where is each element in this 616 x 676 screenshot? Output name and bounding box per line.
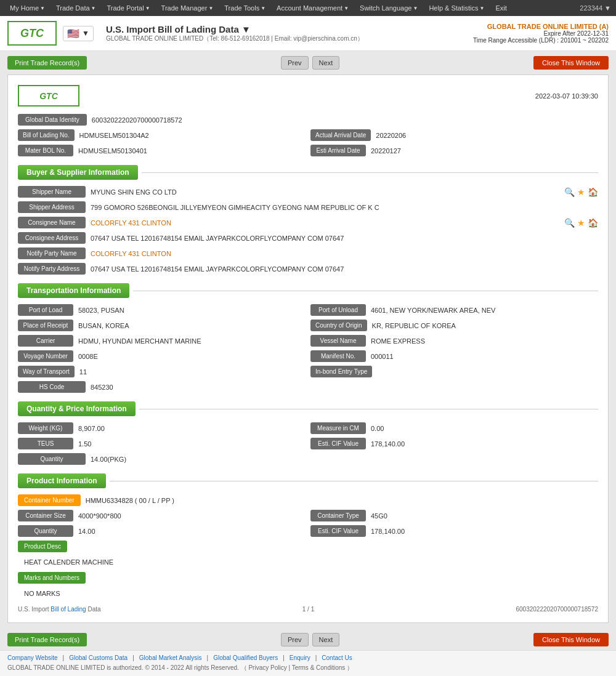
home-icon[interactable]: 🏠	[588, 187, 598, 197]
measure-label: Measure in CM	[310, 422, 366, 434]
port-row: Port of Load 58023, PUSAN Port of Unload…	[18, 304, 598, 316]
page-info: 1 / 1	[302, 606, 314, 613]
expire-info: Expire After 2022-12-31	[473, 30, 609, 37]
nav-exit[interactable]: Exit	[490, 2, 511, 14]
prod-cif-label: Esti. CIF Value	[310, 525, 366, 537]
nav-help-statistics[interactable]: Help & Statistics ▼	[424, 2, 489, 14]
footer-link-buyers[interactable]: Global Qualified Buyers	[213, 654, 278, 661]
consignee-home-icon[interactable]: 🏠	[588, 218, 598, 228]
time-range: Time Range Accessible (LDR) : 201001 ~ 2…	[473, 37, 609, 44]
nav-trade-manager[interactable]: Trade Manager ▼	[156, 2, 219, 14]
consignee-address-value: 07647 USA TEL 12016748154 EMAIL JAYPARKC…	[91, 235, 598, 242]
marks-label: Marks and Numbers	[18, 572, 86, 584]
port-unload-half: Port of Unload 4601, NEW YORK/NEWARK ARE…	[310, 304, 598, 316]
carrier-value: HDMU, HYUNDAI MERCHANT MARINE	[78, 337, 306, 345]
logo: GTC	[7, 21, 57, 46]
weight-measure-row: Weight (KG) 8,907.00 Measure in CM 0.00	[18, 422, 598, 434]
nav-trade-tools[interactable]: Trade Tools ▼	[219, 2, 270, 14]
country-origin-value: KR, REPUBLIC OF KOREA	[372, 322, 598, 329]
prev-button-bottom[interactable]: Prev	[281, 633, 309, 646]
print-button-bottom[interactable]: Print Trade Record(s)	[7, 633, 87, 646]
shipper-name-value: MYUNG SHIN ENG CO LTD	[91, 188, 557, 196]
notify-name-value: COLORFLY 431 CLINTON	[91, 250, 598, 257]
teus-half: TEUS 1.50	[18, 438, 306, 449]
shipper-address-row: Shipper Address 799 GOMORO 526BEONGIL JI…	[18, 201, 598, 213]
port-unload-label: Port of Unload	[310, 304, 366, 316]
card-logo: GTC	[18, 85, 79, 107]
transport-divider	[133, 291, 598, 291]
measure-value: 0.00	[371, 425, 598, 432]
user-id: 223344 ▼	[580, 4, 611, 12]
esti-cif-label: Esti. CIF Value	[310, 438, 366, 449]
way-transport-label: Way of Transport	[18, 366, 75, 377]
esti-arrival-value: 20220127	[371, 147, 598, 155]
nav-account-management[interactable]: Account Management ▼	[272, 2, 354, 14]
container-num-value: HMMU6334828 ( 00 / L / PP )	[86, 497, 598, 504]
footer-link-contact[interactable]: Contact Us	[322, 654, 352, 661]
star-icon[interactable]: ★	[577, 187, 585, 197]
country-origin-half: Country of Origin KR, REPUBLIC OF KOREA	[310, 320, 598, 331]
consignee-star-icon[interactable]: ★	[577, 218, 585, 228]
esti-arrival-label: Esti Arrival Date	[310, 145, 366, 156]
bill-of-lading-link[interactable]: Bill of Lading	[51, 606, 86, 613]
company-info: GLOBAL TRADE ONLINE LIMITED（Tel: 86-512-…	[106, 34, 363, 43]
logo-area: GTC 🇺🇸 ▼ U.S. Import Bill of Lading Data…	[7, 21, 363, 46]
nav-switch-language[interactable]: Switch Language ▼	[355, 2, 423, 14]
global-data-row: Global Data Identity 6003202220207000007…	[18, 114, 598, 126]
teus-value: 1.50	[78, 440, 306, 448]
nav-trade-portal[interactable]: Trade Portal ▼	[102, 2, 155, 14]
way-transport-value: 11	[79, 368, 306, 376]
next-button-top[interactable]: Next	[312, 56, 340, 70]
bol-half: Bill of Lading No. HDMUSELM501304A2	[18, 129, 306, 141]
buyer-supplier-title: Buyer & Supplier Information	[18, 165, 138, 180]
top-navigation: My Home ▼ Trade Data ▼ Trade Portal ▼ Tr…	[0, 0, 616, 16]
consignee-name-row: Consignee Name COLORFLY 431 CLINTON 🔍 ★ …	[18, 217, 598, 228]
print-button-top[interactable]: Print Trade Record(s)	[7, 56, 87, 70]
product-desc-value: HEAT CALENDER MACHINE	[18, 556, 598, 568]
doc-type: U.S. Import Bill of Lading Data	[18, 606, 101, 613]
container-size-half: Container Size 4000*900*800	[18, 510, 306, 521]
place-receipt-half: Place of Receipt BUSAN, KOREA	[18, 320, 306, 331]
nav-my-home[interactable]: My Home ▼	[5, 2, 50, 14]
weight-label: Weight (KG)	[18, 422, 73, 434]
bottom-toolbar: Print Trade Record(s) Prev Next Close Th…	[0, 629, 616, 650]
close-button-bottom[interactable]: Close This Window	[533, 633, 609, 646]
container-size-label: Container Size	[18, 510, 73, 521]
notify-name-label: Notify Party Name	[18, 247, 86, 259]
mater-bol-label: Mater BOL No.	[18, 145, 73, 156]
footer-link-company[interactable]: Company Website	[7, 654, 58, 661]
nav-trade-data[interactable]: Trade Data ▼	[51, 2, 101, 14]
shipper-address-label: Shipper Address	[18, 201, 86, 213]
product-desc-label: Product Desc	[18, 541, 67, 552]
buyer-supplier-section-header: Buyer & Supplier Information	[18, 165, 598, 180]
mater-bol-half: Mater BOL No. HDMUSELM50130401	[18, 145, 306, 156]
shipper-name-row: Shipper Name MYUNG SHIN ENG CO LTD 🔍 ★ 🏠	[18, 186, 598, 198]
footer-link-enquiry[interactable]: Enquiry	[290, 654, 310, 661]
consignee-search-icon[interactable]: 🔍	[564, 218, 575, 228]
port-unload-value: 4601, NEW YORK/NEWARK AREA, NEV	[371, 307, 598, 314]
footer-link-customs[interactable]: Global Customs Data	[69, 654, 128, 661]
prod-qty-value: 14.00	[78, 528, 306, 535]
teus-label: TEUS	[18, 438, 73, 449]
main-content-card: GTC 2022-03-07 10:39:30 Global Data Iden…	[7, 74, 609, 623]
product-title: Product Information	[18, 473, 106, 488]
qty-price-title: Quantity & Price Information	[18, 401, 136, 416]
consignee-name-value: COLORFLY 431 CLINTON	[91, 219, 557, 227]
receipt-origin-row: Place of Receipt BUSAN, KOREA Country of…	[18, 320, 598, 331]
close-button-top[interactable]: Close This Window	[533, 56, 609, 70]
footer-link-market[interactable]: Global Market Analysis	[139, 654, 202, 661]
search-icon[interactable]: 🔍	[564, 187, 575, 197]
shipper-name-label: Shipper Name	[18, 186, 86, 198]
prev-button-top[interactable]: Prev	[281, 56, 309, 70]
container-num-row: Container Number HMMU6334828 ( 00 / L / …	[18, 494, 598, 506]
next-button-bottom[interactable]: Next	[312, 633, 340, 646]
page-title-area: U.S. Import Bill of Lading Data ▼ GLOBAL…	[106, 24, 363, 43]
prod-cif-half: Esti. CIF Value 178,140.00	[310, 525, 598, 537]
prod-cif-value: 178,140.00	[371, 528, 598, 535]
container-type-half: Container Type 45G0	[310, 510, 598, 521]
mater-bol-value: HDMUSELM50130401	[78, 147, 306, 155]
top-toolbar: Print Trade Record(s) Prev Next Close Th…	[0, 51, 616, 74]
nav-items: My Home ▼ Trade Data ▼ Trade Portal ▼ Tr…	[5, 2, 512, 14]
language-selector[interactable]: 🇺🇸 ▼	[63, 26, 94, 41]
container-num-label[interactable]: Container Number	[18, 494, 81, 506]
